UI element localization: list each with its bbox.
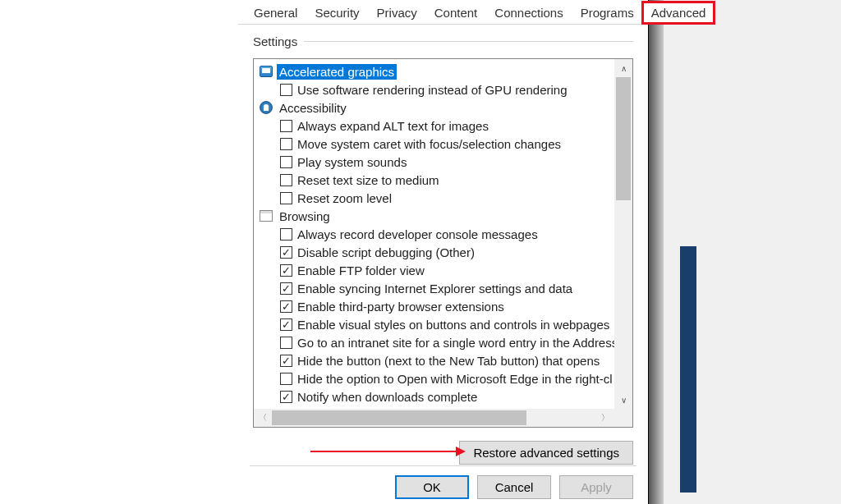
checkbox[interactable]	[280, 120, 292, 132]
vertical-scroll-thumb[interactable]	[616, 77, 631, 200]
tree-item-label: Always record developer console messages	[297, 227, 538, 241]
tree-category[interactable]: Accessibility	[254, 99, 614, 117]
tree-item[interactable]: Always record developer console messages	[254, 225, 614, 243]
dialog-button-row: OK Cancel Apply	[395, 462, 633, 499]
tree-item-label: Hide the button (next to the New Tab but…	[297, 354, 600, 368]
scroll-right-button[interactable]: 〉	[596, 409, 614, 427]
checkbox[interactable]	[280, 355, 292, 367]
tree-item-label: Hide the option to Open with Microsoft E…	[297, 372, 613, 386]
tree-item[interactable]: Enable syncing Internet Explorer setting…	[254, 279, 614, 297]
tree-item[interactable]: Enable visual styles on buttons and cont…	[254, 315, 614, 333]
tab-strip: General Security Privacy Content Connect…	[238, 0, 648, 25]
tree-category[interactable]: Browsing	[254, 207, 614, 225]
tree-item[interactable]: Hide the option to Open with Microsoft E…	[254, 369, 614, 387]
tree-item-label: Enable FTP folder view	[297, 263, 425, 277]
tab-privacy[interactable]: Privacy	[368, 2, 426, 24]
tree-item[interactable]: Hide the button (next to the New Tab but…	[254, 351, 614, 369]
horizontal-scroll-thumb[interactable]	[272, 410, 526, 425]
accessibility-icon	[259, 100, 273, 115]
checkbox[interactable]	[280, 84, 292, 96]
settings-fieldset-label: Settings	[253, 34, 633, 48]
tree-item-label: Enable third-party browser extensions	[297, 300, 504, 314]
tree-item[interactable]: Always expand ALT text for images	[254, 117, 614, 135]
ok-button[interactable]: OK	[395, 475, 469, 499]
checkbox[interactable]	[280, 138, 292, 150]
checkbox[interactable]	[280, 192, 292, 204]
checkbox[interactable]	[280, 282, 292, 295]
tree-item[interactable]: Reset zoom level	[254, 189, 614, 207]
checkbox[interactable]	[280, 373, 292, 385]
tree-item[interactable]: Go to an intranet site for a single word…	[254, 333, 614, 351]
tab-programs[interactable]: Programs	[572, 2, 643, 24]
restore-row: Restore advanced settings	[253, 441, 633, 465]
tree-item-label: Reset zoom level	[297, 191, 392, 205]
tree-item-label: Enable syncing Internet Explorer setting…	[297, 282, 572, 296]
checkbox[interactable]	[280, 228, 292, 241]
tree-item-label: Enable visual styles on buttons and cont…	[297, 318, 609, 332]
tab-content[interactable]: Content	[425, 2, 487, 24]
settings-group: Settings Accelerated graphicsUse softwar…	[253, 34, 633, 465]
tree-item[interactable]: Play system sounds	[254, 153, 614, 171]
scroll-left-button[interactable]: 〈	[254, 409, 272, 427]
tab-security[interactable]: Security	[306, 2, 368, 24]
dialog-shadow	[649, 0, 664, 504]
tree-item[interactable]: Use software rendering instead of GPU re…	[254, 80, 614, 99]
internet-options-dialog: General Security Privacy Content Connect…	[238, 0, 649, 504]
tree-item-label: Go to an intranet site for a single word…	[297, 336, 614, 350]
apply-button[interactable]: Apply	[559, 475, 633, 499]
tree-item-label: Always expand ALT text for images	[297, 119, 489, 133]
tab-connections[interactable]: Connections	[485, 2, 572, 24]
vertical-scrollbar[interactable]: ∧ ∨	[614, 59, 632, 409]
browsing-icon	[259, 208, 273, 223]
scroll-up-button[interactable]: ∧	[614, 59, 632, 77]
checkbox[interactable]	[280, 174, 292, 186]
tab-general[interactable]: General	[245, 2, 306, 24]
horizontal-scrollbar[interactable]: 〈 〉	[254, 409, 614, 427]
settings-label-text: Settings	[253, 34, 297, 48]
settings-tree[interactable]: Accelerated graphicsUse software renderi…	[254, 59, 614, 409]
cancel-button[interactable]: Cancel	[477, 475, 551, 499]
tree-item-label: Move system caret with focus/selection c…	[297, 137, 561, 151]
tree-category-label: Accessibility	[277, 100, 349, 116]
restore-advanced-settings-button[interactable]: Restore advanced settings	[459, 441, 633, 465]
tree-item[interactable]: Disable script debugging (Other)	[254, 243, 614, 261]
tree-item-label: Notify when downloads complete	[297, 390, 477, 404]
tree-category[interactable]: Accelerated graphics	[254, 62, 614, 80]
tree-item-label: Use software rendering instead of GPU re…	[297, 83, 568, 97]
tree-category-label: Accelerated graphics	[277, 64, 397, 80]
tree-item[interactable]: Move system caret with focus/selection c…	[254, 135, 614, 153]
checkbox[interactable]	[280, 300, 292, 313]
tree-item-label: Play system sounds	[297, 155, 407, 169]
checkbox[interactable]	[280, 318, 292, 331]
tree-item[interactable]: Reset text size to medium	[254, 171, 614, 189]
tree-item[interactable]: Enable third-party browser extensions	[254, 297, 614, 315]
checkbox[interactable]	[280, 391, 292, 403]
scroll-corner	[614, 409, 632, 427]
checkbox[interactable]	[280, 337, 292, 349]
tab-advanced[interactable]: Advanced	[642, 2, 715, 24]
display-icon	[259, 64, 273, 79]
tree-item[interactable]: Notify when downloads complete	[254, 387, 614, 405]
checkbox[interactable]	[280, 156, 292, 168]
scroll-down-button[interactable]: ∨	[614, 391, 632, 409]
tree-item[interactable]: Enable FTP folder view	[254, 261, 614, 279]
annotation-arrow-icon	[310, 451, 458, 452]
checkbox[interactable]	[280, 246, 292, 259]
tree-item-label: Reset text size to medium	[297, 173, 439, 187]
tree-item-label: Disable script debugging (Other)	[297, 245, 475, 259]
tree-category-label: Browsing	[277, 208, 333, 224]
settings-tree-container: Accelerated graphicsUse software renderi…	[253, 58, 633, 428]
fieldset-line	[304, 41, 633, 42]
background-dark-strip	[680, 246, 696, 493]
checkbox[interactable]	[280, 264, 292, 277]
